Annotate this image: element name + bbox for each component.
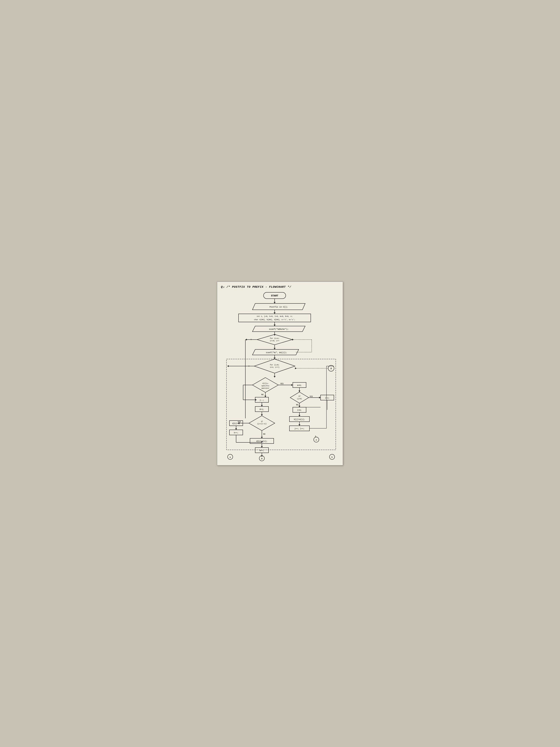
j0-label2: (j>0) [297, 398, 302, 400]
svg-marker-47 [298, 406, 300, 407]
svg-marker-61 [261, 405, 263, 407]
svg-marker-33 [274, 376, 275, 378]
svg-marker-2 [274, 302, 275, 304]
scanf1-label: scanf("%d%c%n"); [269, 328, 289, 330]
svg-marker-44 [319, 397, 321, 398]
flowchart-svg: START Postfix in C[]; int i, j=0, k=0, l… [221, 290, 340, 461]
m0-label: m=0; [297, 384, 302, 386]
svg-marker-90 [255, 399, 257, 401]
jln-label2: (j==(l-n)) [257, 423, 266, 425]
conn-A2-text: A [316, 439, 317, 441]
svg-marker-36 [291, 384, 293, 386]
conn-A-label: A [330, 367, 332, 370]
svg-marker-22 [292, 339, 294, 340]
for1-label1: for (i=n; [270, 337, 279, 339]
svg-marker-24 [274, 358, 275, 359]
conn-B-label: B [261, 458, 263, 460]
scanf2-label: scanf("%c", &A[i]); [266, 352, 287, 354]
start-label: START [271, 294, 278, 297]
svg-marker-8 [274, 325, 275, 326]
jlplus-label: j++; l++; [294, 428, 304, 430]
kplus-label: k++; [234, 432, 238, 434]
svg-marker-12 [257, 334, 292, 345]
jln-no-label: NO [263, 433, 265, 435]
conn-b-label: b [331, 456, 333, 458]
decl-line2: char A[80], b[80], d[80], c='c', e='c'; [254, 319, 295, 321]
title-text: Q₂ /* POSTFIX TO PREFIX - FLOWCHART */ [221, 285, 291, 289]
svg-marker-31 [227, 365, 229, 367]
bjai-label: b[j]=A[i]; [294, 418, 305, 420]
svg-marker-29 [295, 367, 296, 369]
ali-label3: operator [261, 387, 269, 389]
page: Q₂ /* POSTFIX TO PREFIX - FLOWCHART */ S… [217, 282, 343, 465]
for2-y-label: Y [248, 365, 249, 367]
svg-marker-70 [235, 428, 237, 430]
ali-label2: specific [261, 385, 269, 387]
svg-marker-42 [290, 392, 309, 403]
for2-label1: for (i=0; [270, 364, 279, 366]
svg-marker-53 [298, 424, 300, 426]
dkc-label: d[k]=C; [232, 422, 240, 424]
ali-label1: A[i]== [262, 383, 268, 384]
lj-label: l=j; [325, 397, 329, 399]
svg-marker-50 [298, 415, 300, 416]
ali-yes-label: YES [280, 383, 284, 385]
svg-marker-16 [245, 339, 247, 340]
svg-marker-5 [274, 312, 275, 314]
svg-marker-76 [261, 437, 263, 438]
flowchart-container: START Postfix in C[]; int i, j=0, k=0, l… [221, 290, 340, 462]
ali-no-label: NO [261, 394, 264, 396]
svg-marker-41 [298, 390, 300, 392]
svg-rect-25 [226, 359, 336, 450]
mplus-label: m++; [260, 449, 264, 452]
for1-label2: i>=0; i++ [270, 340, 279, 342]
svg-marker-79 [261, 446, 263, 447]
j0-label1: If [298, 395, 300, 397]
j0-yes-label: YES [310, 395, 313, 397]
page-title: Q₂ /* POSTFIX TO PREFIX - FLOWCHART */ [221, 285, 339, 289]
jln-label1: If [261, 421, 263, 422]
r1-label: R=1; [260, 409, 264, 411]
jminus-label: j--; [260, 399, 264, 401]
l0-label: l=0; [297, 409, 302, 411]
svg-marker-27 [254, 359, 295, 373]
conn-a-label: a [230, 456, 231, 458]
svg-rect-6 [239, 314, 311, 322]
svg-marker-64 [261, 414, 263, 416]
decl-line1: int i, j=0, k=0, l=0, m=0, R=0, n; [257, 315, 293, 317]
svg-marker-14 [274, 348, 275, 350]
dkai-label: d[k]=A[i]; [256, 440, 267, 442]
svg-marker-38 [264, 396, 266, 397]
for2-label2: i<n; i++) [270, 366, 279, 368]
j0-no-label: NO [296, 404, 298, 406]
postfix-label: Postfix in C[]; [269, 306, 288, 308]
